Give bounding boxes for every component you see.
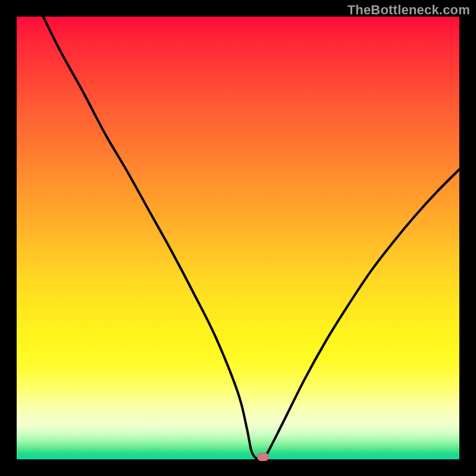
bottleneck-curve	[17, 17, 459, 459]
minimum-marker	[257, 453, 269, 461]
chart-frame: TheBottleneck.com	[0, 0, 476, 476]
watermark-text: TheBottleneck.com	[347, 2, 470, 18]
plot-area	[17, 17, 459, 459]
